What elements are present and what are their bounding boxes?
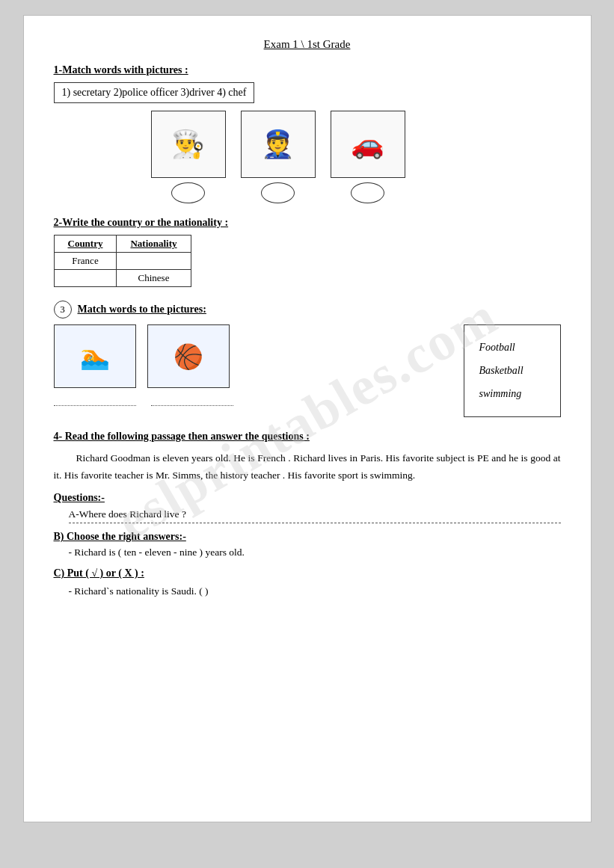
exam-page: eslprintables.com Exam 1 \ 1st Grade 1-M… (23, 15, 592, 822)
section-4: 4- Read the following passage then answe… (54, 431, 561, 597)
answer-line-1[interactable] (54, 394, 136, 406)
answer-line-2[interactable] (151, 394, 233, 406)
swimming-image: 🏊 (54, 324, 136, 388)
words-box: 1) secretary 2)police officer 3)driver 4… (54, 82, 255, 103)
section3-content: 🏊 🏀 Football Basketball swimming (54, 324, 561, 417)
sports-word-box: Football Basketball swimming (464, 324, 561, 417)
cell-china[interactable] (54, 270, 117, 287)
basketball-image: 🏀 (147, 324, 230, 388)
question-b-text: - Richard is ( ten - eleven - nine ) yea… (69, 547, 561, 558)
section3-number: 3 (54, 301, 72, 318)
driver-image: 🚗 (331, 111, 405, 178)
country-nationality-table: Country Nationality France Chinese (54, 235, 191, 287)
police-answer-oval[interactable] (261, 182, 295, 203)
picture-item-police: 👮 (241, 111, 316, 203)
question-b-header: B) Choose the right answers:- (54, 531, 561, 543)
driver-answer-oval[interactable] (351, 182, 384, 203)
sport-word-basketball: Basketball (479, 360, 545, 383)
questions-label: Questions:- (54, 492, 561, 504)
police-image: 👮 (241, 111, 316, 178)
section1-header: 1-Match words with pictures : (54, 64, 561, 76)
chef-answer-oval[interactable] (171, 182, 205, 203)
dotted-answer-lines (54, 394, 233, 406)
passage-text: Richard Goodman is eleven years old. He … (54, 450, 561, 484)
chef-image: 👨‍🍳 (151, 111, 226, 178)
col-nationality: Nationality (117, 236, 191, 253)
section3-pics: 🏊 🏀 (54, 324, 233, 406)
section4-header: 4- Read the following passage then answe… (54, 431, 561, 443)
section3-header-row: 3 Match words to the pictures: (54, 301, 561, 318)
section3-header: Match words to the pictures: (78, 304, 206, 316)
section2-header: 2-Write the country or the nationality : (54, 217, 561, 229)
col-country: Country (54, 236, 117, 253)
sport-word-football: Football (479, 336, 545, 360)
table-row: France (54, 253, 191, 270)
question-a: A-Where does Richard live ? (69, 508, 561, 520)
picture-item-chef: 👨‍🍳 (151, 111, 226, 203)
cell-chinese: Chinese (117, 270, 191, 287)
section-1: 1-Match words with pictures : 1) secreta… (54, 64, 561, 203)
section-3: 3 Match words to the pictures: 🏊 🏀 Footb… (54, 301, 561, 417)
sport-images-row: 🏊 🏀 (54, 324, 233, 388)
question-c-text: - Richard`s nationality is Saudi. ( ) (69, 585, 561, 597)
exam-title: Exam 1 \ 1st Grade (54, 38, 561, 51)
sport-word-swimming: swimming (479, 383, 545, 406)
section-2: 2-Write the country or the nationality :… (54, 217, 561, 287)
pictures-row: 👨‍🍳 👮 🚗 (151, 111, 561, 203)
question-c-header: C) Put ( √ ) or ( X ) : (54, 567, 561, 579)
table-row: Chinese (54, 270, 191, 287)
answer-line-a (69, 523, 561, 523)
cell-french[interactable] (117, 253, 191, 270)
cell-france: France (54, 253, 117, 270)
picture-item-driver: 🚗 (331, 111, 405, 203)
